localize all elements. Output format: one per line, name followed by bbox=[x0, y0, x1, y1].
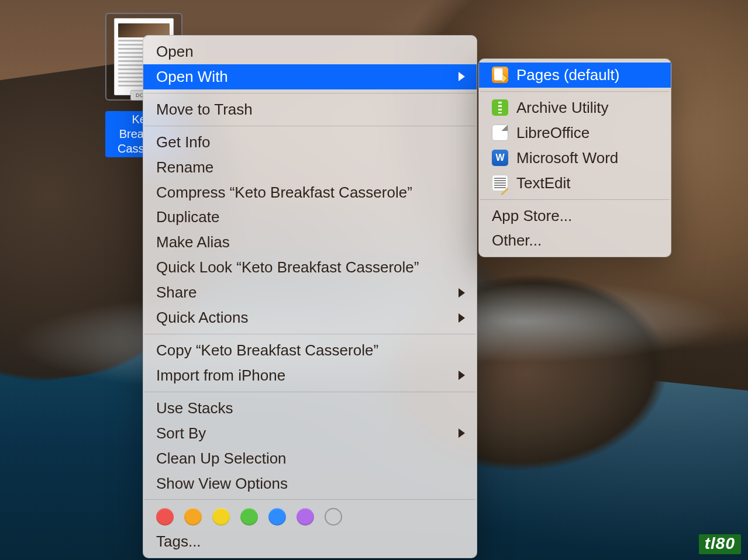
menu-item-clean-up[interactable]: Clean Up Selection bbox=[143, 446, 477, 471]
menu-item-tags[interactable]: Tags... bbox=[143, 529, 477, 554]
menu-item-label: Get Info bbox=[156, 132, 211, 153]
tag-dot-yellow[interactable] bbox=[212, 508, 230, 526]
tag-dot-red[interactable] bbox=[156, 508, 174, 526]
menu-item-sort-by[interactable]: Sort By bbox=[143, 421, 477, 446]
menu-item-label: Duplicate bbox=[156, 206, 219, 228]
menu-item-duplicate[interactable]: Duplicate bbox=[143, 205, 477, 230]
menu-item-label: Open bbox=[156, 41, 194, 63]
context-menu: Open Open With Move to Trash Get Info Re… bbox=[143, 35, 477, 558]
menu-item-quick-look[interactable]: Quick Look “Keto Breakfast Casserole” bbox=[143, 255, 477, 280]
submenu-arrow-icon bbox=[459, 428, 465, 438]
menu-item-share[interactable]: Share bbox=[143, 280, 477, 305]
menu-item-label: Quick Look “Keto Breakfast Casserole” bbox=[156, 257, 419, 278]
menu-item-use-stacks[interactable]: Use Stacks bbox=[143, 396, 477, 421]
menu-item-label: Sort By bbox=[156, 423, 206, 444]
menu-separator bbox=[144, 126, 475, 126]
menu-separator bbox=[144, 499, 475, 500]
menu-item-label: LibreOffice bbox=[516, 122, 590, 144]
menu-item-copy[interactable]: Copy “Keto Breakfast Casserole” bbox=[143, 338, 477, 363]
menu-item-get-info[interactable]: Get Info bbox=[143, 130, 477, 155]
menu-item-label: Quick Actions bbox=[156, 307, 249, 329]
pages-app-icon bbox=[492, 67, 508, 83]
submenu-arrow-icon bbox=[459, 72, 465, 81]
menu-item-label: Other... bbox=[492, 230, 542, 251]
submenu-arrow-icon bbox=[459, 288, 465, 298]
menu-item-label: Import from iPhone bbox=[156, 365, 285, 386]
tag-dot-green[interactable] bbox=[240, 508, 258, 526]
menu-separator bbox=[144, 334, 475, 334]
word-app-icon: W bbox=[492, 150, 508, 166]
tag-dot-orange[interactable] bbox=[184, 508, 202, 526]
submenu-item-libreoffice[interactable]: LibreOffice bbox=[479, 120, 671, 146]
textedit-app-icon bbox=[492, 175, 508, 191]
menu-item-move-to-trash[interactable]: Move to Trash bbox=[143, 97, 477, 122]
menu-item-label: Compress “Keto Breakfast Casserole” bbox=[156, 182, 412, 203]
menu-separator bbox=[480, 199, 670, 200]
tag-color-row bbox=[143, 503, 477, 529]
submenu-arrow-icon bbox=[459, 371, 465, 380]
menu-item-open[interactable]: Open bbox=[143, 39, 477, 64]
menu-item-label: Share bbox=[156, 282, 197, 303]
menu-separator bbox=[144, 93, 475, 94]
submenu-item-textedit[interactable]: TextEdit bbox=[479, 171, 671, 196]
tag-dot-blue[interactable] bbox=[268, 508, 286, 526]
menu-item-label: Clean Up Selection bbox=[156, 448, 287, 469]
archive-utility-app-icon bbox=[492, 99, 508, 116]
submenu-item-app-store[interactable]: App Store... bbox=[479, 203, 671, 229]
menu-item-label: Use Stacks bbox=[156, 397, 233, 419]
menu-item-label: Pages (default) bbox=[516, 64, 619, 86]
libreoffice-app-icon bbox=[492, 125, 508, 141]
submenu-arrow-icon bbox=[459, 313, 465, 323]
menu-item-label: TextEdit bbox=[516, 172, 571, 194]
menu-separator bbox=[480, 91, 670, 92]
menu-separator bbox=[144, 392, 475, 392]
menu-item-compress[interactable]: Compress “Keto Breakfast Casserole” bbox=[143, 180, 477, 205]
menu-item-label: Archive Utility bbox=[516, 97, 608, 119]
menu-item-view-options[interactable]: Show View Options bbox=[143, 471, 477, 496]
menu-item-quick-actions[interactable]: Quick Actions bbox=[143, 305, 477, 330]
menu-item-label: Move to Trash bbox=[156, 99, 253, 120]
menu-item-label: Tags... bbox=[156, 531, 201, 552]
submenu-item-microsoft-word[interactable]: W Microsoft Word bbox=[479, 146, 671, 171]
menu-item-label: Copy “Keto Breakfast Casserole” bbox=[156, 340, 378, 361]
menu-item-label: Make Alias bbox=[156, 231, 230, 253]
submenu-item-pages-default[interactable]: Pages (default) bbox=[479, 63, 671, 88]
menu-item-label: Open With bbox=[156, 66, 228, 88]
menu-item-rename[interactable]: Rename bbox=[143, 155, 477, 180]
menu-item-label: Microsoft Word bbox=[516, 147, 618, 169]
open-with-submenu: Pages (default) Archive Utility LibreOff… bbox=[478, 58, 671, 257]
watermark: tl80 bbox=[699, 534, 741, 554]
submenu-item-archive-utility[interactable]: Archive Utility bbox=[479, 95, 671, 120]
menu-item-import-iphone[interactable]: Import from iPhone bbox=[143, 363, 477, 388]
menu-item-make-alias[interactable]: Make Alias bbox=[143, 230, 477, 255]
tag-dot-none[interactable] bbox=[325, 508, 342, 526]
menu-item-label: App Store... bbox=[492, 205, 572, 227]
tag-dot-purple[interactable] bbox=[297, 508, 314, 526]
menu-item-label: Show View Options bbox=[156, 473, 288, 495]
menu-item-open-with[interactable]: Open With bbox=[143, 64, 477, 89]
menu-item-label: Rename bbox=[156, 157, 213, 178]
submenu-item-other[interactable]: Other... bbox=[479, 228, 671, 253]
